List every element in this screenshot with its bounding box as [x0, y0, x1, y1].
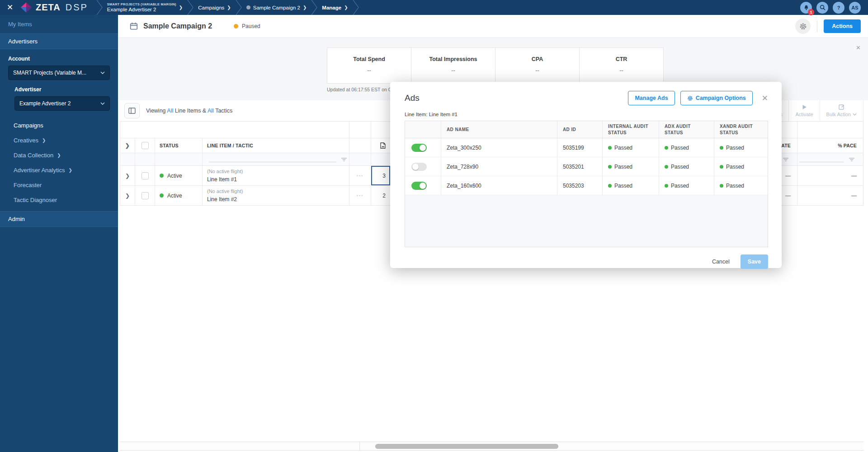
campaign-status-dot	[246, 5, 250, 9]
stats-close-icon[interactable]: ✕	[856, 44, 861, 51]
adx-audit-status: Passed	[671, 145, 689, 151]
select-all-checkbox[interactable]	[142, 142, 149, 149]
campaign-settings-button[interactable]	[795, 19, 811, 34]
notification-badge: 1	[808, 9, 814, 15]
chevron-right-icon: ❯	[303, 5, 307, 10]
expand-row-icon[interactable]: ❯	[125, 193, 130, 199]
ads-document-icon	[380, 142, 386, 149]
active-status-dot	[160, 174, 164, 178]
xandr-audit-status: Passed	[726, 183, 744, 189]
scrollbar-thumb[interactable]	[375, 444, 558, 449]
row-menu-icon[interactable]: •••	[357, 193, 363, 198]
sidebar-item-my-items[interactable]: My Items	[0, 15, 118, 33]
row-checkbox[interactable]	[142, 172, 149, 179]
bulk-edit-icon	[839, 104, 844, 110]
notifications-button[interactable]: 1	[800, 2, 812, 14]
manage-ads-button[interactable]: Manage Ads	[628, 91, 675, 105]
gear-icon	[799, 23, 807, 30]
viewing-summary: Viewing All Line Items & All Tactics	[146, 108, 232, 114]
xandr-audit-status: Passed	[726, 164, 744, 170]
activate-button[interactable]: Activate	[788, 100, 819, 121]
ads-count-cell[interactable]: 2	[371, 186, 391, 205]
modal-title: Ads	[405, 93, 420, 103]
advertiser-select[interactable]: Example Advertiser 2	[14, 96, 110, 111]
ad-row: Zeta_300x250 5035199 Passed Passed Passe…	[405, 138, 768, 157]
stat-label: Total Spend	[353, 56, 385, 62]
column-header-pace[interactable]: % PACE	[797, 138, 863, 153]
pace-filter-input[interactable]	[799, 162, 844, 162]
expand-row-icon[interactable]: ❯	[125, 173, 130, 179]
sidebar-item-label: Campaigns	[14, 122, 43, 129]
ad-id: 5035201	[557, 157, 603, 176]
win-rate-value: —	[785, 193, 791, 199]
passed-status-dot	[720, 146, 723, 150]
stats-card: Total Spend -- Total Impressions -- CPA …	[327, 47, 664, 84]
all-line-items-link[interactable]: All	[167, 108, 173, 114]
sidebar-item-advertisers[interactable]: Advertisers	[0, 33, 118, 49]
breadcrumb-advertiser-label: Example Advertiser 2	[107, 6, 176, 13]
row-menu-icon[interactable]: •••	[357, 174, 363, 178]
help-button[interactable]: ?	[833, 2, 844, 14]
cancel-button[interactable]: Cancel	[708, 255, 734, 268]
column-header-line-item[interactable]: LINE ITEM / TACTIC	[203, 138, 349, 153]
sidebar-item-tactic-diagnoser[interactable]: Tactic Diagnoser	[0, 193, 118, 207]
frozen-pane-divider	[359, 442, 360, 450]
help-icon: ?	[837, 5, 840, 10]
sidebar-item-creatives[interactable]: Creatives❯	[0, 133, 118, 148]
bell-icon	[803, 5, 809, 11]
actions-button[interactable]: Actions	[824, 19, 861, 33]
campaign-options-button[interactable]: Campaign Options	[680, 91, 753, 105]
breadcrumb: SMART PROJECTS (VARIABLE MARGIN) Example…	[96, 0, 359, 15]
stat-value: --	[367, 67, 371, 74]
breadcrumb-separator	[96, 0, 103, 15]
viewing-suffix: Tactics	[214, 108, 232, 114]
filter-icon[interactable]	[341, 157, 347, 162]
ad-enabled-toggle[interactable]	[411, 144, 427, 152]
chevron-down-icon	[100, 102, 105, 105]
breadcrumb-advertiser[interactable]: SMART PROJECTS (VARIABLE MARGIN) Example…	[103, 2, 187, 13]
close-icon[interactable]: ✕	[0, 3, 20, 12]
row-line-item-name[interactable]: Line Item #1	[207, 175, 243, 184]
modal-close-icon[interactable]: ✕	[762, 94, 768, 103]
breadcrumb-manage-label: Manage	[322, 5, 341, 10]
filter-icon[interactable]	[783, 157, 789, 162]
bulk-action-button[interactable]: Bulk Action	[820, 100, 863, 121]
adx-audit-status: Passed	[671, 183, 689, 189]
sidebar-item-admin[interactable]: Admin	[0, 211, 118, 227]
stat-cpa: CPA --	[495, 48, 580, 83]
breadcrumb-campaign[interactable]: Sample Campaign 2 ❯	[242, 5, 311, 10]
breadcrumb-separator	[311, 0, 317, 15]
stat-value: --	[451, 67, 455, 74]
line-item-filter-input[interactable]	[209, 162, 336, 162]
status-badge: Paused	[242, 23, 260, 29]
sidebar-item-advertiser-analytics[interactable]: Advertiser Analytics❯	[0, 163, 118, 178]
sidebar-item-campaigns[interactable]: Campaigns	[0, 118, 118, 133]
breadcrumb-manage[interactable]: Manage ❯	[317, 5, 352, 10]
search-button[interactable]	[816, 2, 828, 14]
column-header-ad-id: AD ID	[557, 121, 603, 138]
breadcrumb-campaigns[interactable]: Campaigns ❯	[193, 5, 236, 10]
stat-total-spend: Total Spend --	[327, 48, 411, 83]
zeta-dsp-logo[interactable]: ZETA DSP	[20, 2, 88, 13]
filter-icon[interactable]	[849, 157, 855, 162]
ads-count-cell[interactable]: 3	[371, 166, 391, 185]
ad-enabled-toggle[interactable]	[411, 182, 427, 190]
column-header-status[interactable]: STATUS	[155, 138, 203, 153]
sidebar-item-data-collection[interactable]: Data Collection❯	[0, 148, 118, 163]
expand-all-icon[interactable]: ❯	[125, 142, 130, 149]
column-header-ad-name: AD NAME	[441, 121, 557, 138]
campaign-options-label: Campaign Options	[696, 95, 746, 101]
sidebar-item-forecaster[interactable]: Forecaster	[0, 178, 118, 193]
all-tactics-link[interactable]: All	[208, 108, 214, 114]
column-header-adx-audit: ADX AUDIT STATUS	[659, 121, 714, 138]
row-checkbox[interactable]	[142, 192, 149, 199]
ad-enabled-toggle[interactable]	[411, 163, 427, 171]
save-button[interactable]: Save	[741, 254, 768, 269]
column-settings-button[interactable]	[124, 103, 140, 118]
account-select[interactable]: SMART Projects (Variable M...	[8, 66, 110, 80]
row-line-item-name[interactable]: Line Item #2	[207, 195, 243, 203]
pace-value: —	[851, 173, 857, 179]
user-avatar[interactable]: AS	[849, 2, 861, 14]
sidebar-item-label: Creatives	[14, 137, 38, 144]
bulk-action-label: Bulk Action	[826, 112, 851, 117]
